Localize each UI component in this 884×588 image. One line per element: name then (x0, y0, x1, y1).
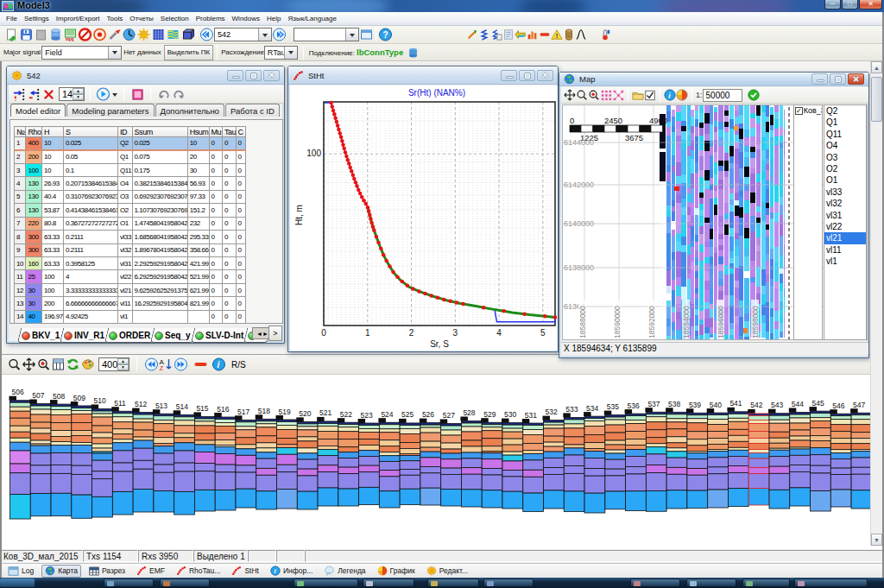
svg-text:530: 530 (504, 410, 516, 419)
svg-text:517: 517 (237, 408, 249, 416)
svg-text:100: 100 (306, 149, 321, 158)
svg-text:513: 513 (155, 401, 167, 410)
svg-text:510: 510 (94, 396, 106, 405)
svg-text:524: 524 (381, 410, 393, 419)
svg-text:545: 545 (812, 399, 824, 408)
svg-text:531: 531 (525, 411, 537, 420)
svg-text:521: 521 (319, 408, 332, 417)
svg-text:6144000: 6144000 (564, 138, 594, 147)
svg-text:Sr(Ht) (NAN%): Sr(Ht) (NAN%) (408, 88, 465, 98)
svg-text:519: 519 (279, 408, 291, 416)
svg-text:507: 507 (32, 391, 44, 400)
svg-text:508: 508 (53, 392, 65, 401)
svg-text:511: 511 (114, 399, 126, 408)
svg-text:527: 527 (443, 411, 455, 420)
svg-text:Ht, m: Ht, m (294, 205, 304, 225)
svg-text:1: 1 (365, 328, 370, 338)
svg-text:0: 0 (570, 116, 574, 125)
svg-text:515: 515 (196, 404, 208, 413)
svg-text:533: 533 (565, 405, 578, 414)
svg-text:538: 538 (668, 400, 680, 408)
svg-text:526: 526 (422, 410, 434, 419)
svg-text:2: 2 (409, 328, 414, 338)
svg-text:523: 523 (361, 411, 373, 420)
svg-text:529: 529 (483, 410, 496, 419)
svg-text:525: 525 (401, 410, 414, 419)
svg-text:516: 516 (217, 405, 229, 414)
svg-text:Sr, S: Sr, S (430, 339, 449, 349)
svg-text:3675: 3675 (625, 133, 643, 142)
svg-text:4900: 4900 (649, 116, 667, 125)
svg-text:6142000: 6142000 (564, 180, 594, 189)
svg-text:?: ? (383, 30, 388, 40)
svg-text:18590000: 18590000 (613, 306, 622, 338)
svg-text:544: 544 (792, 400, 804, 408)
svg-text:506: 506 (12, 388, 24, 396)
svg-text:Z: Z (160, 364, 164, 371)
svg-text:522: 522 (340, 410, 352, 419)
svg-text:518: 518 (258, 407, 270, 415)
svg-text:!: ! (556, 32, 559, 40)
svg-text:543: 543 (771, 401, 783, 409)
svg-text:18594000: 18594000 (682, 306, 691, 338)
svg-text:535: 535 (607, 402, 619, 411)
svg-text:4: 4 (496, 328, 502, 338)
svg-text:546: 546 (832, 401, 844, 410)
svg-text:514: 514 (176, 402, 188, 411)
svg-text:i: i (218, 360, 220, 370)
svg-text:tqq: tqq (66, 36, 74, 41)
svg-text:5: 5 (540, 328, 546, 338)
svg-text:532: 532 (546, 408, 558, 416)
svg-text:512: 512 (135, 400, 147, 408)
svg-text:3: 3 (453, 328, 458, 338)
svg-text:540: 540 (710, 401, 722, 409)
svg-text:18592000: 18592000 (647, 306, 656, 338)
svg-text:520: 520 (299, 409, 311, 418)
svg-text:528: 528 (463, 408, 475, 417)
svg-text:0: 0 (321, 328, 326, 338)
svg-text:6138000: 6138000 (564, 263, 594, 272)
svg-text:537: 537 (647, 400, 660, 408)
svg-text:539: 539 (689, 401, 701, 409)
svg-text:542: 542 (750, 401, 762, 409)
svg-text:6140000: 6140000 (564, 219, 594, 228)
svg-text:509: 509 (73, 394, 85, 402)
svg-text:18596000: 18596000 (717, 306, 725, 338)
svg-text:541: 541 (729, 399, 742, 408)
svg-text:536: 536 (628, 401, 640, 410)
svg-text:2450: 2450 (604, 116, 622, 125)
svg-text:534: 534 (586, 404, 598, 413)
svg-text:18598000: 18598000 (751, 306, 760, 338)
svg-text:547: 547 (853, 401, 865, 409)
svg-text:18588000: 18588000 (578, 306, 587, 338)
